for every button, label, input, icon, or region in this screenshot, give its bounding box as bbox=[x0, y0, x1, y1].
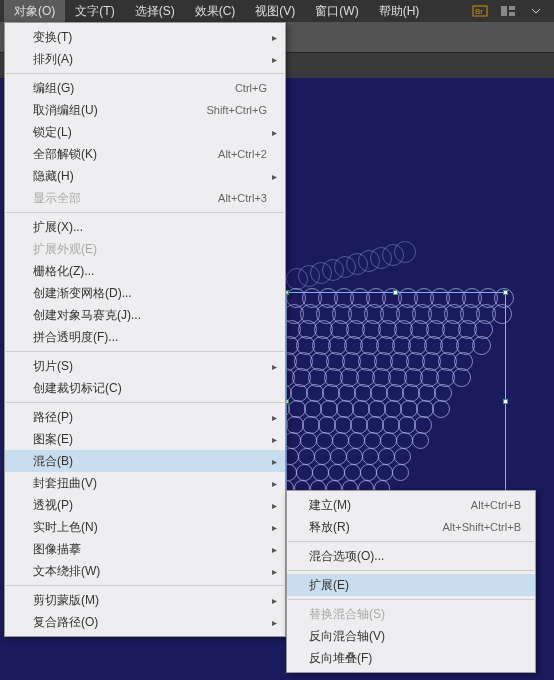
submenu-item[interactable]: 反向混合轴(V) bbox=[287, 625, 535, 647]
menu-item[interactable]: 栅格化(Z)... bbox=[5, 260, 285, 282]
submenu-item[interactable]: 扩展(E) bbox=[287, 574, 535, 596]
menu-item[interactable]: 混合(B) bbox=[5, 450, 285, 472]
menu-item[interactable]: 创建裁切标记(C) bbox=[5, 377, 285, 399]
svg-rect-4 bbox=[509, 12, 515, 16]
menu-item[interactable]: 透视(P) bbox=[5, 494, 285, 516]
menu-item: 显示全部Alt+Ctrl+3 bbox=[5, 187, 285, 209]
menu-item[interactable]: 图像描摹 bbox=[5, 538, 285, 560]
menu-item[interactable]: 创建渐变网格(D)... bbox=[5, 282, 285, 304]
menu-select[interactable]: 选择(S) bbox=[125, 0, 185, 23]
handle-tr[interactable] bbox=[503, 290, 508, 295]
dropdown-icon[interactable] bbox=[525, 2, 547, 20]
submenu-item[interactable]: 建立(M)Alt+Ctrl+B bbox=[287, 494, 535, 516]
menu-type[interactable]: 文字(T) bbox=[65, 0, 124, 23]
svg-text:Br: Br bbox=[475, 7, 483, 16]
menu-item[interactable]: 路径(P) bbox=[5, 406, 285, 428]
submenu-item[interactable]: 释放(R)Alt+Shift+Ctrl+B bbox=[287, 516, 535, 538]
menu-help[interactable]: 帮助(H) bbox=[369, 0, 430, 23]
blend-submenu: 建立(M)Alt+Ctrl+B释放(R)Alt+Shift+Ctrl+B混合选项… bbox=[286, 490, 536, 673]
menu-view[interactable]: 视图(V) bbox=[245, 0, 305, 23]
menu-item[interactable]: 切片(S) bbox=[5, 355, 285, 377]
bridge-icon[interactable]: Br bbox=[469, 2, 491, 20]
menu-item[interactable]: 变换(T) bbox=[5, 26, 285, 48]
menu-item: 扩展外观(E) bbox=[5, 238, 285, 260]
svg-rect-2 bbox=[501, 6, 507, 16]
menu-item[interactable]: 隐藏(H) bbox=[5, 165, 285, 187]
menu-item[interactable]: 取消编组(U)Shift+Ctrl+G bbox=[5, 99, 285, 121]
submenu-item[interactable]: 混合选项(O)... bbox=[287, 545, 535, 567]
menu-item[interactable]: 文本绕排(W) bbox=[5, 560, 285, 582]
menu-object[interactable]: 对象(O) bbox=[4, 0, 65, 23]
submenu-item[interactable]: 反向堆叠(F) bbox=[287, 647, 535, 669]
menu-item[interactable]: 全部解锁(K)Alt+Ctrl+2 bbox=[5, 143, 285, 165]
menubar: 对象(O) 文字(T) 选择(S) 效果(C) 视图(V) 窗口(W) 帮助(H… bbox=[0, 0, 554, 22]
menu-item[interactable]: 实时上色(N) bbox=[5, 516, 285, 538]
arrange-icon[interactable] bbox=[497, 2, 519, 20]
menu-item[interactable]: 锁定(L) bbox=[5, 121, 285, 143]
selection-box[interactable] bbox=[286, 292, 506, 512]
svg-rect-3 bbox=[509, 6, 515, 10]
object-menu: 变换(T)排列(A)编组(G)Ctrl+G取消编组(U)Shift+Ctrl+G… bbox=[4, 22, 286, 637]
menu-effect[interactable]: 效果(C) bbox=[185, 0, 246, 23]
menu-item[interactable]: 图案(E) bbox=[5, 428, 285, 450]
menu-item[interactable]: 编组(G)Ctrl+G bbox=[5, 77, 285, 99]
menu-item[interactable]: 剪切蒙版(M) bbox=[5, 589, 285, 611]
handle-tm[interactable] bbox=[393, 290, 398, 295]
handle-rm[interactable] bbox=[503, 399, 508, 404]
menu-window[interactable]: 窗口(W) bbox=[305, 0, 368, 23]
menu-item[interactable]: 拼合透明度(F)... bbox=[5, 326, 285, 348]
menu-item[interactable]: 创建对象马赛克(J)... bbox=[5, 304, 285, 326]
menu-item[interactable]: 封套扭曲(V) bbox=[5, 472, 285, 494]
menu-item[interactable]: 扩展(X)... bbox=[5, 216, 285, 238]
menu-item[interactable]: 排列(A) bbox=[5, 48, 285, 70]
submenu-item: 替换混合轴(S) bbox=[287, 603, 535, 625]
menu-item[interactable]: 复合路径(O) bbox=[5, 611, 285, 633]
